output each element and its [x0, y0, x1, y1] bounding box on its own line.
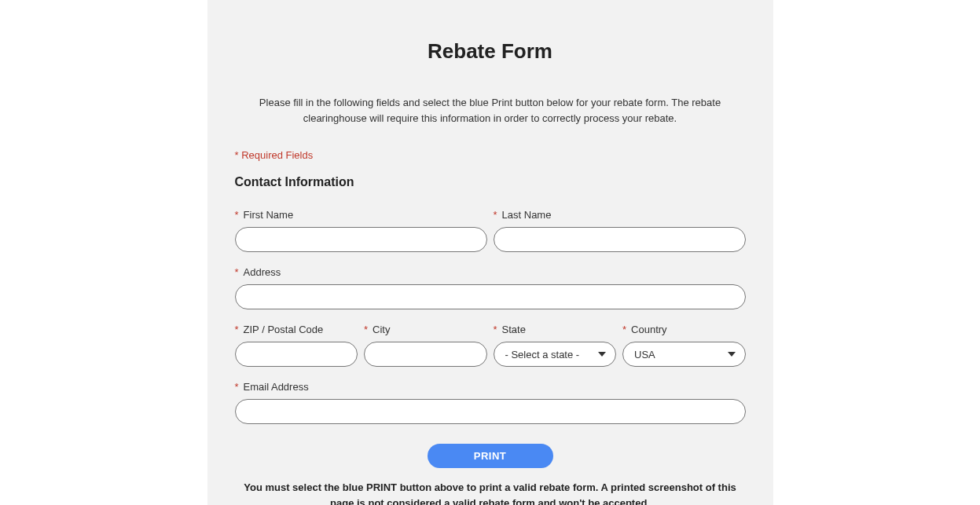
required-asterisk: *: [235, 266, 239, 278]
country-select[interactable]: USA: [622, 342, 746, 367]
email-label: *Email Address: [235, 381, 746, 393]
country-label: *Country: [622, 324, 746, 335]
required-asterisk: *: [235, 324, 239, 335]
rebate-form-container: Rebate Form Please fill in the following…: [207, 0, 773, 505]
page-title: Rebate Form: [235, 39, 746, 64]
section-heading-contact: Contact Information: [235, 175, 746, 189]
address-group: *Address: [235, 266, 746, 309]
email-input[interactable]: [235, 399, 746, 424]
required-fields-note: * Required Fields: [235, 149, 746, 161]
address-label: *Address: [235, 266, 746, 278]
instructions-text: Please fill in the following fields and …: [255, 95, 726, 126]
city-label: *City: [364, 324, 487, 335]
country-group: *Country USA: [622, 324, 746, 367]
last-name-label: *Last Name: [494, 209, 746, 221]
first-name-group: *First Name: [235, 209, 487, 252]
last-name-input[interactable]: [494, 227, 746, 252]
required-asterisk: *: [364, 324, 368, 335]
required-asterisk: *: [494, 209, 497, 221]
required-asterisk: *: [622, 324, 626, 335]
required-asterisk: *: [494, 324, 497, 335]
zip-input[interactable]: [235, 342, 358, 367]
footer-note: You must select the blue PRINT button ab…: [239, 480, 742, 505]
state-select[interactable]: - Select a state -: [494, 342, 617, 367]
required-asterisk: *: [235, 381, 239, 393]
email-group: *Email Address: [235, 381, 746, 424]
address-input[interactable]: [235, 284, 746, 309]
state-label: *State: [494, 324, 617, 335]
city-input[interactable]: [364, 342, 487, 367]
city-group: *City: [364, 324, 487, 367]
first-name-input[interactable]: [235, 227, 487, 252]
last-name-group: *Last Name: [494, 209, 746, 252]
zip-label: *ZIP / Postal Code: [235, 324, 358, 335]
print-button[interactable]: PRINT: [428, 444, 553, 468]
required-asterisk: *: [235, 209, 239, 221]
state-group: *State - Select a state -: [494, 324, 617, 367]
zip-group: *ZIP / Postal Code: [235, 324, 358, 367]
first-name-label: *First Name: [235, 209, 487, 221]
